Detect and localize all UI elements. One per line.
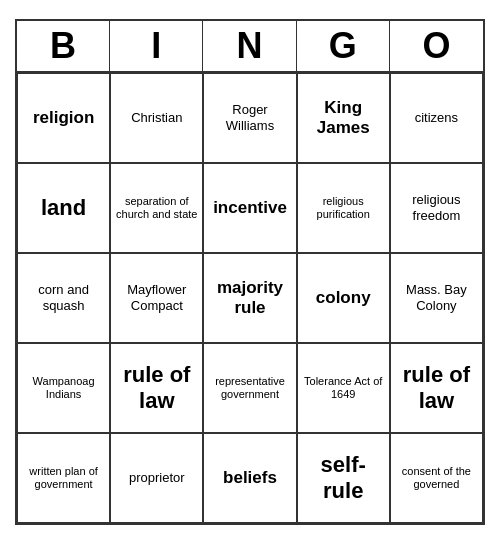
header-letter: B bbox=[17, 21, 110, 71]
bingo-cell: separation of church and state bbox=[110, 163, 203, 253]
bingo-cell: Roger Williams bbox=[203, 73, 296, 163]
bingo-cell: incentive bbox=[203, 163, 296, 253]
bingo-card: BINGO religionChristianRoger WilliamsKin… bbox=[15, 19, 485, 525]
bingo-cell: Tolerance Act of 1649 bbox=[297, 343, 390, 433]
bingo-cell: written plan of government bbox=[17, 433, 110, 523]
bingo-cell: representative government bbox=[203, 343, 296, 433]
bingo-cell: citizens bbox=[390, 73, 483, 163]
bingo-cell: religious freedom bbox=[390, 163, 483, 253]
bingo-cell: majority rule bbox=[203, 253, 296, 343]
bingo-cell: Christian bbox=[110, 73, 203, 163]
bingo-cell: Mayflower Compact bbox=[110, 253, 203, 343]
header-letter: G bbox=[297, 21, 390, 71]
bingo-cell: colony bbox=[297, 253, 390, 343]
header-letter: O bbox=[390, 21, 483, 71]
bingo-cell: land bbox=[17, 163, 110, 253]
bingo-cell: rule of law bbox=[390, 343, 483, 433]
bingo-cell: Wampanoag Indians bbox=[17, 343, 110, 433]
bingo-cell: King James bbox=[297, 73, 390, 163]
bingo-cell: Mass. Bay Colony bbox=[390, 253, 483, 343]
bingo-grid: religionChristianRoger WilliamsKing Jame… bbox=[17, 73, 483, 523]
header-letter: N bbox=[203, 21, 296, 71]
bingo-cell: religion bbox=[17, 73, 110, 163]
bingo-cell: corn and squash bbox=[17, 253, 110, 343]
bingo-cell: consent of the governed bbox=[390, 433, 483, 523]
header-letter: I bbox=[110, 21, 203, 71]
bingo-cell: self-rule bbox=[297, 433, 390, 523]
bingo-cell: proprietor bbox=[110, 433, 203, 523]
bingo-cell: rule of law bbox=[110, 343, 203, 433]
bingo-header: BINGO bbox=[17, 21, 483, 73]
bingo-cell: religious purification bbox=[297, 163, 390, 253]
bingo-cell: beliefs bbox=[203, 433, 296, 523]
